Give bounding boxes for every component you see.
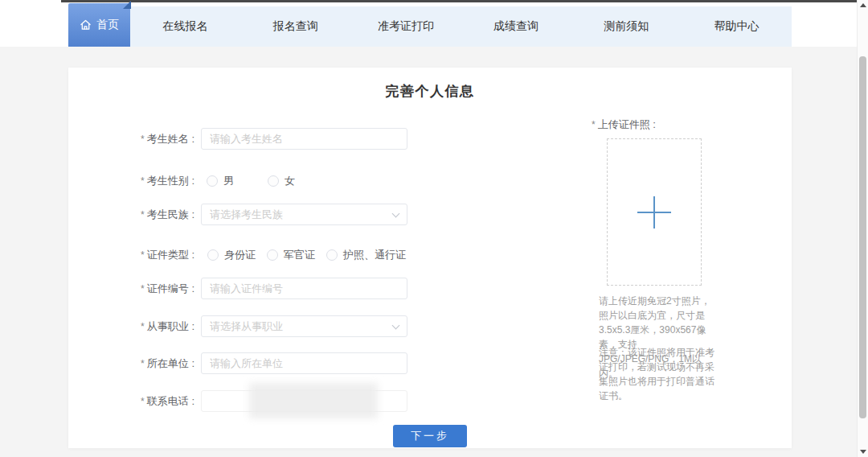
required-marker: *: [141, 209, 145, 220]
next-step-button[interactable]: 下一步: [393, 425, 467, 447]
ethnicity-label: *考生民族 :: [104, 203, 194, 227]
label-text: 证件类型: [147, 249, 189, 261]
id-type-label: *证件类型 :: [104, 243, 194, 267]
scroll-down-arrow-icon[interactable]: [860, 450, 866, 454]
gender-label: *考生性别 :: [104, 169, 194, 193]
work-unit-label: *所在单位 :: [104, 352, 194, 376]
plus-icon: [635, 193, 674, 232]
required-marker: *: [592, 119, 596, 130]
label-colon: :: [189, 249, 194, 261]
form-card: 完善个人信息 *考生姓名 : *考生性别 : 男 女: [68, 68, 792, 448]
phone-input[interactable]: [201, 390, 407, 412]
nav-item-help-center[interactable]: 帮助中心: [682, 6, 792, 47]
label-text: 考生民族: [147, 208, 189, 220]
label-colon: :: [189, 208, 194, 220]
form-row-id-number: *证件编号 :: [104, 277, 603, 300]
home-icon: [80, 19, 92, 31]
label-colon: :: [189, 320, 194, 332]
label-text: 证件编号: [147, 282, 189, 294]
radio-male[interactable]: 男: [207, 174, 234, 188]
photo-upload-box[interactable]: [607, 138, 702, 286]
occupation-label: *从事职业 :: [104, 315, 194, 339]
required-marker: *: [141, 321, 145, 332]
id-number-label: *证件编号 :: [104, 277, 194, 301]
select-placeholder: 请选择考生民族: [210, 208, 283, 222]
form-row-occupation: *从事职业 : 请选择从事职业: [104, 315, 603, 338]
chevron-down-icon: [392, 209, 400, 217]
radio-circle-icon: [268, 175, 279, 187]
radio-id-card-label: 身份证: [224, 248, 256, 262]
required-marker: *: [141, 358, 145, 369]
id-number-input[interactable]: [201, 278, 407, 299]
form-row-work-unit: *所在单位 :: [104, 352, 603, 375]
radio-officer-card[interactable]: 军官证: [267, 248, 315, 262]
form-row-candidate-name: *考生姓名 :: [104, 127, 603, 150]
label-colon: :: [189, 133, 194, 145]
radio-circle-icon: [207, 175, 218, 187]
label-text: 考生姓名: [147, 133, 189, 145]
main-nav: 首页 在线报名 报名查询 准考证打印 成绩查询 测前须知 帮助中心: [68, 6, 792, 47]
nav-tab-home[interactable]: 首页: [68, 3, 130, 47]
id-type-radio-group: 身份证 军官证 护照、通行证: [207, 243, 406, 266]
radio-passport-label: 护照、通行证: [343, 248, 406, 262]
scroll-up-arrow-icon[interactable]: [860, 3, 866, 7]
required-marker: *: [141, 396, 145, 407]
label-text: 上传证件照: [598, 118, 650, 130]
window-top-edge: [61, 0, 857, 2]
work-unit-input[interactable]: [201, 352, 407, 374]
form-row-ethnicity: *考生民族 : 请选择考生民族: [104, 203, 603, 226]
label-text: 所在单位: [147, 357, 189, 369]
gender-radio-group: 男 女: [207, 169, 295, 192]
candidate-name-input[interactable]: [201, 128, 407, 150]
candidate-name-label: *考生姓名 :: [104, 127, 194, 151]
nav-tab-home-label: 首页: [96, 18, 119, 32]
nav-items: 在线报名 报名查询 准考证打印 成绩查询 测前须知 帮助中心: [130, 6, 792, 47]
nav-item-ticket-print[interactable]: 准考证打印: [350, 6, 461, 47]
nav-item-registration-query[interactable]: 报名查询: [240, 6, 350, 47]
ethnicity-select[interactable]: 请选择考生民族: [201, 204, 407, 225]
nav-item-online-registration[interactable]: 在线报名: [130, 6, 240, 47]
radio-circle-icon: [207, 249, 219, 261]
scrollbar-thumb[interactable]: [859, 56, 866, 418]
form-row-gender: *考生性别 : 男 女: [104, 169, 603, 192]
select-placeholder: 请选择从事职业: [210, 319, 283, 334]
label-colon: :: [189, 395, 194, 407]
nav-item-pretest-notice[interactable]: 测前须知: [571, 6, 682, 47]
scrollbar[interactable]: [857, 0, 868, 457]
label-colon: :: [650, 118, 656, 130]
screen: 首页 在线报名 报名查询 准考证打印 成绩查询 测前须知 帮助中心 完善个人信息…: [0, 0, 868, 457]
required-marker: *: [141, 134, 145, 145]
required-marker: *: [141, 249, 145, 261]
form-row-phone: *联系电话 :: [104, 389, 603, 413]
label-text: 联系电话: [147, 395, 189, 407]
occupation-select[interactable]: 请选择从事职业: [201, 315, 407, 337]
radio-circle-icon: [326, 249, 338, 261]
radio-passport[interactable]: 护照、通行证: [326, 248, 406, 262]
label-text: 考生性别: [147, 175, 189, 187]
label-colon: :: [189, 282, 194, 294]
photo-note: 注意：该证件照将用于准考证打印，若测试现场不再采集照片也将用于打印普通话证书。: [599, 345, 717, 403]
label-text: 从事职业: [147, 320, 189, 332]
radio-male-label: 男: [223, 174, 234, 188]
chevron-down-icon: [392, 321, 400, 329]
upload-photo-label: *上传证件照 :: [592, 117, 656, 132]
nav-item-score-query[interactable]: 成绩查询: [461, 6, 571, 47]
required-marker: *: [141, 175, 145, 187]
radio-officer-card-label: 军官证: [284, 248, 315, 262]
page-title: 完善个人信息: [68, 82, 792, 101]
radio-female[interactable]: 女: [268, 174, 295, 188]
radio-female-label: 女: [285, 174, 295, 188]
phone-label: *联系电话 :: [104, 389, 194, 414]
radio-id-card[interactable]: 身份证: [207, 248, 256, 262]
label-colon: :: [189, 175, 194, 187]
form-row-id-type: *证件类型 : 身份证 军官证 护照、通行证: [104, 243, 603, 266]
required-marker: *: [141, 283, 145, 294]
radio-circle-icon: [267, 249, 278, 261]
label-colon: :: [189, 357, 194, 369]
